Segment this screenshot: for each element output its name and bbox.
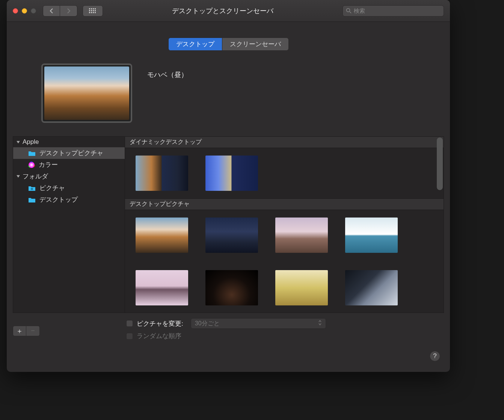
svg-rect-7	[95, 10, 96, 11]
sidebar-item-label: デスクトップピクチャ	[39, 149, 103, 157]
scrollbar-thumb[interactable]	[437, 137, 443, 190]
random-order-label: ランダムな順序	[137, 332, 181, 340]
folder-icon	[28, 197, 36, 203]
browser: Apple デスクトップピクチャ カラー フォルダ	[13, 136, 444, 313]
search-field[interactable]	[343, 5, 444, 17]
help-button[interactable]: ?	[430, 351, 440, 361]
wallpaper-thumb[interactable]	[136, 156, 188, 191]
prefs-window: デスクトップとスクリーンセーバ デスクトップ スクリーンセーバ モハベ（昼） A…	[7, 0, 450, 372]
disclosure-triangle-icon	[16, 140, 20, 144]
svg-rect-2	[93, 8, 94, 9]
wallpaper-thumb[interactable]	[136, 270, 188, 305]
sidebar-item-desktop-pictures[interactable]: デスクトップピクチャ	[13, 147, 125, 159]
wallpaper-thumb[interactable]	[275, 218, 328, 253]
forward-button[interactable]	[60, 5, 77, 17]
svg-rect-10	[93, 12, 94, 13]
sidebar-item-label: ピクチャ	[39, 184, 65, 192]
sidebar-item-pictures[interactable]: ピクチャ	[13, 182, 125, 194]
sidebar-group-folders[interactable]: フォルダ	[13, 171, 125, 182]
color-wheel-icon	[28, 162, 35, 168]
tab-bar: デスクトップ スクリーンセーバ	[7, 38, 450, 51]
sidebar-item-label: カラー	[39, 160, 58, 169]
change-picture-checkbox[interactable]	[126, 320, 133, 327]
change-picture-label: ピクチャを変更:	[137, 319, 183, 328]
close-icon[interactable]	[13, 8, 18, 14]
svg-rect-11	[95, 12, 96, 13]
bottom-bar: ＋ − ピクチャを変更: 30分ごと ランダムな順序	[13, 318, 444, 343]
folder-pictures-icon	[28, 185, 36, 191]
sidebar-group-label: フォルダ	[23, 172, 48, 181]
wallpaper-thumb[interactable]	[205, 218, 258, 253]
gallery-section-pictures: デスクトップピクチャ	[125, 198, 444, 210]
search-input[interactable]	[354, 8, 441, 14]
sidebar-item-colors[interactable]: カラー	[13, 159, 125, 171]
sidebar-item-label: デスクトップ	[39, 195, 78, 204]
wallpaper-preview	[41, 63, 132, 123]
change-interval-select: 30分ごと	[191, 318, 326, 329]
wallpaper-thumb[interactable]	[345, 270, 398, 305]
zoom-icon	[31, 8, 36, 14]
sidebar-group-apple[interactable]: Apple	[13, 137, 125, 147]
tab-desktop[interactable]: デスクトップ	[168, 38, 222, 51]
stepper-icon	[318, 320, 322, 327]
svg-rect-4	[89, 10, 90, 11]
wallpaper-name: モハベ（昼）	[147, 70, 188, 79]
svg-rect-0	[89, 8, 90, 9]
wallpaper-thumb[interactable]	[136, 218, 188, 253]
window-title: デスクトップとスクリーンセーバ	[103, 6, 343, 15]
wallpaper-thumb[interactable]	[205, 156, 258, 191]
add-folder-button[interactable]: ＋	[13, 326, 26, 336]
search-icon	[346, 8, 352, 14]
svg-rect-9	[91, 12, 92, 13]
back-button[interactable]	[43, 5, 60, 17]
grid-icon	[89, 8, 97, 14]
change-interval-value: 30分ごと	[195, 320, 220, 328]
chevron-right-icon	[66, 8, 71, 14]
remove-folder-button: −	[26, 326, 40, 336]
gallery-row-pictures	[125, 210, 444, 313]
gallery[interactable]: ダイナミックデスクトップ デスクトップピクチャ	[125, 137, 444, 313]
svg-rect-3	[95, 8, 96, 9]
nav-buttons	[43, 5, 77, 17]
sidebar-item-desktop-folder[interactable]: デスクトップ	[13, 194, 125, 205]
svg-rect-5	[91, 10, 92, 11]
tab-screensaver[interactable]: スクリーンセーバ	[222, 38, 289, 51]
options: ピクチャを変更: 30分ごと ランダムな順序	[126, 318, 326, 343]
svg-rect-6	[93, 10, 94, 11]
sidebar: Apple デスクトップピクチャ カラー フォルダ	[13, 137, 125, 313]
traffic-lights	[13, 8, 36, 14]
wallpaper-thumb[interactable]	[205, 270, 258, 305]
titlebar: デスクトップとスクリーンセーバ	[7, 0, 450, 22]
folder-icon	[28, 150, 36, 156]
sidebar-group-label: Apple	[23, 138, 39, 146]
minimize-icon[interactable]	[22, 8, 27, 14]
wallpaper-thumb[interactable]	[345, 218, 398, 253]
add-remove-buttons: ＋ −	[13, 326, 40, 336]
show-all-button[interactable]	[83, 5, 103, 17]
svg-point-12	[347, 9, 350, 12]
svg-rect-8	[89, 12, 90, 13]
chevron-left-icon	[49, 8, 54, 14]
wallpaper-preview-image	[44, 66, 129, 120]
gallery-section-dynamic: ダイナミックデスクトップ	[125, 137, 444, 148]
svg-point-18	[31, 188, 33, 190]
svg-rect-1	[91, 8, 92, 9]
gallery-row-dynamic	[125, 148, 444, 198]
disclosure-triangle-icon	[16, 174, 20, 178]
svg-line-13	[350, 12, 351, 13]
wallpaper-preview-row: モハベ（昼）	[41, 63, 450, 123]
random-order-checkbox	[126, 333, 133, 340]
wallpaper-thumb[interactable]	[275, 270, 328, 305]
